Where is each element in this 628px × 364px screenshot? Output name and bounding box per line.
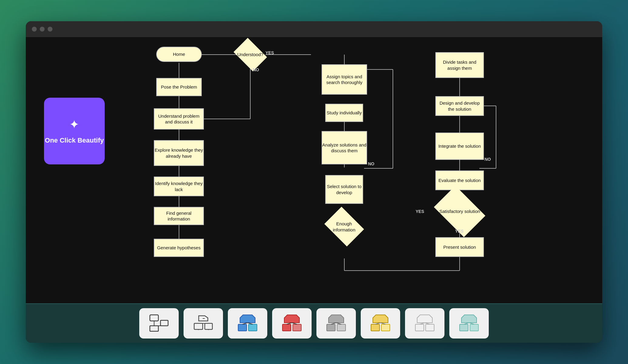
flowchart: Home Pose the Problem Understand problem… [129,43,596,300]
toolbar-item-teal[interactable] [449,308,489,339]
svg-marker-69 [417,315,432,323]
node-pose-problem: Pose the Problem [156,78,202,96]
svg-rect-38 [160,320,168,326]
svg-marker-59 [329,315,344,323]
svg-rect-76 [470,324,478,331]
node-evaluate: Evaluate the solution [435,170,484,190]
node-generate: Generate hypotheses [154,239,204,257]
toolbar-item-outline[interactable] [184,308,223,339]
node-assign-topics: Assign topics and search thoroughly [322,64,367,95]
toolbar-icon-red [281,314,302,332]
app-window: ✦ One Click Beautify [26,21,602,343]
toolbar [26,303,602,343]
svg-rect-36 [150,315,158,321]
toolbar-icon-default [148,314,170,332]
maximize-dot [48,27,52,32]
toolbar-icon-light-outline [414,314,435,332]
node-find-general: Find general information [154,207,204,225]
svg-rect-44 [205,323,212,329]
svg-rect-70 [415,324,424,331]
svg-rect-60 [327,324,335,331]
toolbar-item-blue[interactable] [228,308,267,339]
node-explore: Explore knowledge they already have [154,140,204,166]
svg-rect-43 [194,323,203,329]
titlebar [26,21,602,37]
svg-marker-74 [461,315,477,323]
svg-rect-51 [248,324,257,331]
label-no-understood: NO [253,67,259,72]
label-yes-understood: YES [265,50,274,55]
label-yes-below-satisfactory: YES [455,229,464,234]
node-enough-info: Enough information [324,207,364,247]
minimize-dot [40,27,45,32]
node-divide-tasks: Divide tasks and assign them [435,52,484,78]
node-understood: Understood? [234,38,267,71]
svg-marker-54 [284,315,299,323]
svg-rect-66 [381,324,390,331]
svg-rect-55 [282,324,291,331]
toolbar-icon-yellow [370,314,391,332]
label-no-analyze: NO [368,161,374,166]
toolbar-icon-gray [326,314,347,332]
toolbar-icon-teal [458,314,480,332]
label-no-integrate: NO [485,157,491,162]
close-dot [32,27,37,32]
svg-rect-75 [460,324,468,331]
canvas-area: ✦ One Click Beautify [26,37,602,303]
svg-rect-50 [238,324,247,331]
node-integrate: Integrate the solution [435,133,484,160]
svg-rect-61 [337,324,346,331]
svg-marker-49 [240,315,255,323]
toolbar-item-default[interactable] [139,308,179,339]
node-identify: Identify knowledge they lack [154,177,204,196]
toolbar-item-yellow[interactable] [361,308,400,339]
brand-icon: ✦ [69,117,79,131]
svg-rect-65 [371,324,380,331]
brand-label: One Click Beautify [45,136,104,145]
toolbar-icon-blue [237,314,258,332]
node-home: Home [156,47,202,62]
svg-marker-64 [373,315,388,323]
toolbar-item-gray[interactable] [316,308,356,339]
toolbar-item-light-outline[interactable] [405,308,444,339]
node-present: Present solution [435,237,484,257]
node-design-develop: Design and develop the solution [435,96,484,116]
brand-card: ✦ One Click Beautify [44,98,105,164]
toolbar-item-red[interactable] [272,308,312,339]
svg-rect-37 [150,326,158,331]
svg-rect-56 [293,324,301,331]
svg-rect-71 [426,324,434,331]
node-analyze: Analyze solutions and discuss them [322,131,367,164]
toolbar-icon-outline [193,314,214,332]
node-study: Study individually [325,104,363,122]
label-yes-satisfactory: YES [416,209,424,214]
node-select-solution: Select solution to develop [325,175,363,204]
node-understand: Understand problem and discuss it [154,108,204,130]
